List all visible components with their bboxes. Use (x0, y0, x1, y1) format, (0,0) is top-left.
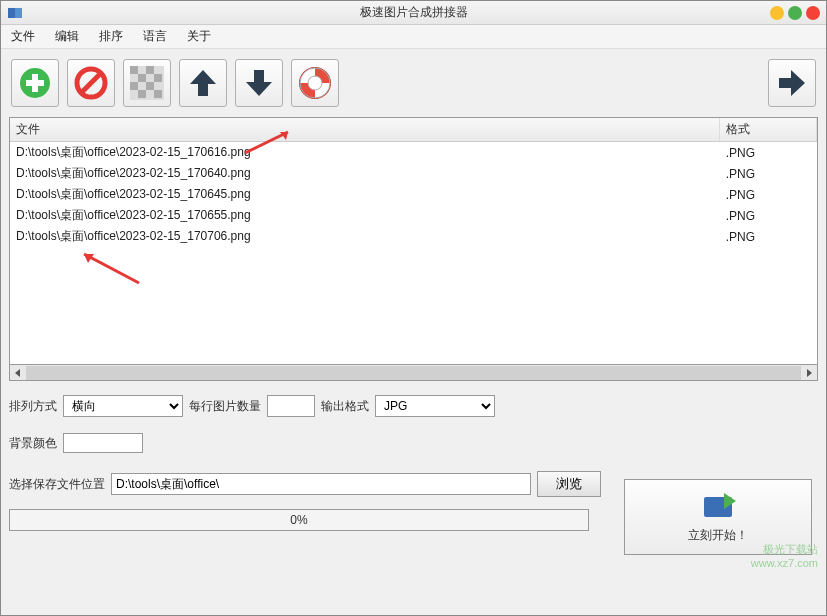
output-label: 输出格式 (321, 398, 369, 415)
arrange-select[interactable]: 横向 (63, 395, 183, 417)
help-button[interactable] (291, 59, 339, 107)
close-button[interactable] (806, 6, 820, 20)
svg-rect-4 (26, 80, 44, 86)
lifebuoy-icon (298, 66, 332, 100)
scroll-thumb[interactable] (26, 366, 801, 380)
cell-file: D:\tools\桌面\office\2023-02-15_170640.png (10, 163, 720, 184)
menubar: 文件 编辑 排序 语言 关于 (1, 25, 826, 49)
svg-rect-11 (154, 74, 162, 82)
save-path-input[interactable] (111, 473, 531, 495)
horizontal-scrollbar[interactable] (9, 365, 818, 381)
bg-row: 背景颜色 (1, 423, 826, 463)
svg-rect-15 (154, 90, 162, 98)
arrow-up-icon (186, 66, 220, 100)
table-row[interactable]: D:\tools\桌面\office\2023-02-15_170655.png… (10, 205, 817, 226)
progress-text: 0% (290, 513, 307, 527)
svg-rect-1 (15, 8, 22, 18)
next-button[interactable] (768, 59, 816, 107)
svg-marker-23 (807, 369, 812, 377)
table-row[interactable]: D:\tools\桌面\office\2023-02-15_170645.png… (10, 184, 817, 205)
window-controls (770, 6, 820, 20)
svg-rect-14 (138, 90, 146, 98)
svg-rect-9 (146, 66, 154, 74)
menu-file[interactable]: 文件 (11, 28, 35, 45)
start-label: 立刻开始！ (688, 527, 748, 544)
file-table: 文件 格式 D:\tools\桌面\office\2023-02-15_1706… (9, 117, 818, 365)
scroll-right-icon[interactable] (801, 366, 817, 380)
cell-file: D:\tools\桌面\office\2023-02-15_170616.png (10, 142, 720, 164)
transparency-button[interactable] (123, 59, 171, 107)
svg-marker-16 (190, 70, 216, 96)
save-path-label: 选择保存文件位置 (9, 476, 105, 493)
menu-about[interactable]: 关于 (187, 28, 211, 45)
svg-marker-22 (15, 369, 20, 377)
toolbar (1, 49, 826, 117)
remove-button[interactable] (67, 59, 115, 107)
arrow-right-icon (775, 66, 809, 100)
cell-format: .PNG (720, 205, 817, 226)
bg-label: 背景颜色 (9, 435, 57, 452)
add-button[interactable] (11, 59, 59, 107)
svg-rect-13 (146, 82, 154, 90)
svg-rect-10 (138, 74, 146, 82)
col-header-file[interactable]: 文件 (10, 118, 720, 142)
scroll-track[interactable] (26, 366, 801, 380)
start-icon (700, 491, 736, 521)
arrange-label: 排列方式 (9, 398, 57, 415)
svg-marker-17 (246, 70, 272, 96)
svg-line-6 (82, 74, 100, 92)
menu-language[interactable]: 语言 (143, 28, 167, 45)
browse-button[interactable]: 浏览 (537, 471, 601, 497)
svg-rect-0 (8, 8, 15, 18)
settings-row: 排列方式 横向 每行图片数量 输出格式 JPG (1, 381, 826, 423)
per-row-label: 每行图片数量 (189, 398, 261, 415)
move-down-button[interactable] (235, 59, 283, 107)
menu-sort[interactable]: 排序 (99, 28, 123, 45)
cell-format: .PNG (720, 163, 817, 184)
svg-rect-8 (130, 66, 138, 74)
cell-file: D:\tools\桌面\office\2023-02-15_170645.png (10, 184, 720, 205)
table-row[interactable]: D:\tools\桌面\office\2023-02-15_170640.png… (10, 163, 817, 184)
checker-icon (130, 66, 164, 100)
window-title: 极速图片合成拼接器 (360, 4, 468, 21)
plus-icon (18, 66, 52, 100)
move-up-button[interactable] (179, 59, 227, 107)
menu-edit[interactable]: 编辑 (55, 28, 79, 45)
col-header-format[interactable]: 格式 (720, 118, 817, 142)
bg-color-swatch[interactable] (63, 433, 143, 453)
prohibit-icon (74, 66, 108, 100)
progress-bar: 0% (9, 509, 589, 531)
cell-file: D:\tools\桌面\office\2023-02-15_170706.png (10, 226, 720, 247)
output-format-select[interactable]: JPG (375, 395, 495, 417)
cell-format: .PNG (720, 142, 817, 164)
start-button[interactable]: 立刻开始！ (624, 479, 812, 555)
minimize-button[interactable] (770, 6, 784, 20)
app-icon (7, 5, 23, 21)
svg-marker-21 (779, 70, 805, 96)
svg-rect-12 (130, 82, 138, 90)
maximize-button[interactable] (788, 6, 802, 20)
scroll-left-icon[interactable] (10, 366, 26, 380)
table-row[interactable]: D:\tools\桌面\office\2023-02-15_170616.png… (10, 142, 817, 164)
titlebar: 极速图片合成拼接器 (1, 1, 826, 25)
cell-file: D:\tools\桌面\office\2023-02-15_170655.png (10, 205, 720, 226)
per-row-input[interactable] (267, 395, 315, 417)
content-area: 文件 格式 D:\tools\桌面\office\2023-02-15_1706… (1, 117, 826, 381)
table-row[interactable]: D:\tools\桌面\office\2023-02-15_170706.png… (10, 226, 817, 247)
cell-format: .PNG (720, 226, 817, 247)
cell-format: .PNG (720, 184, 817, 205)
arrow-down-icon (242, 66, 276, 100)
